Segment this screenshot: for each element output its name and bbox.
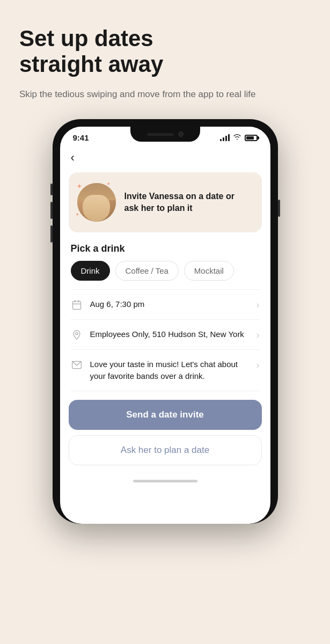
message-text: Love your taste in music! Let's chat abo… bbox=[90, 358, 249, 382]
signal-bar-2 bbox=[223, 137, 224, 141]
location-icon bbox=[71, 329, 83, 341]
power-button bbox=[278, 200, 280, 217]
chevron-icon-message: › bbox=[256, 360, 260, 371]
status-icons bbox=[220, 134, 258, 142]
notch-speaker bbox=[147, 133, 174, 136]
battery-icon bbox=[245, 135, 258, 141]
mute-button bbox=[50, 184, 53, 195]
svg-rect-0 bbox=[72, 301, 80, 309]
notch-camera bbox=[178, 131, 184, 137]
chevron-icon-location: › bbox=[256, 330, 260, 341]
calendar-icon bbox=[71, 299, 83, 311]
profile-card: ✦ ✦ ✦ Invite Vanessa on a date bbox=[69, 172, 262, 232]
drink-section-title: Pick a drink bbox=[60, 241, 270, 261]
phone-notch bbox=[130, 127, 200, 142]
avatar-face-skin bbox=[83, 195, 109, 222]
list-item-location[interactable]: Employees Only, 510 Hudson St, New York … bbox=[60, 320, 270, 349]
list-item-message[interactable]: Love your taste in music! Let's chat abo… bbox=[60, 350, 270, 391]
phone-content: ‹ ✦ ✦ ✦ bbox=[60, 145, 270, 476]
location-text: Employees Only, 510 Hudson St, New York bbox=[90, 328, 249, 340]
phone-bottom bbox=[60, 476, 270, 491]
list-item-date[interactable]: Aug 6, 7:30 pm › bbox=[60, 290, 270, 319]
signal-bar-4 bbox=[228, 134, 230, 141]
status-time: 9:41 bbox=[73, 133, 89, 142]
message-icon bbox=[71, 359, 83, 371]
drink-option-coffee-tea[interactable]: Coffee / Tea bbox=[115, 261, 179, 281]
profile-text: Invite Vanessa on a date or ask her to p… bbox=[124, 191, 251, 215]
back-button[interactable]: ‹ bbox=[60, 145, 85, 168]
drink-option-mocktail[interactable]: Mocktail bbox=[184, 261, 234, 281]
header-title: Set up dates straight away bbox=[19, 26, 311, 78]
date-text: Aug 6, 7:30 pm bbox=[90, 298, 249, 310]
phone-side-buttons-left bbox=[50, 184, 53, 243]
wifi-icon bbox=[233, 134, 241, 142]
phone-side-buttons-right bbox=[278, 200, 280, 217]
svg-point-4 bbox=[75, 333, 77, 335]
send-date-invite-button[interactable]: Send a date invite bbox=[69, 400, 262, 430]
signal-bars-icon bbox=[220, 135, 230, 141]
bottom-section: Send a date invite Ask her to plan a dat… bbox=[60, 391, 270, 476]
battery-fill bbox=[246, 136, 254, 140]
signal-bar-1 bbox=[220, 139, 222, 141]
phone-frame: 9:41 bbox=[53, 119, 278, 524]
ask-her-to-plan-button[interactable]: Ask her to plan a date bbox=[69, 435, 262, 465]
phone-screen: 9:41 bbox=[60, 127, 270, 524]
profile-avatar bbox=[77, 183, 116, 222]
header-subtitle: Skip the tedious swiping and move from t… bbox=[19, 87, 311, 101]
home-indicator bbox=[133, 480, 197, 482]
drink-options: Drink Coffee / Tea Mocktail bbox=[60, 261, 270, 289]
volume-up-button bbox=[50, 202, 53, 219]
avatar-face bbox=[77, 183, 116, 222]
chevron-icon-date: › bbox=[256, 299, 260, 311]
page-wrapper: Set up dates straight away Skip the tedi… bbox=[0, 0, 330, 644]
avatar-container: ✦ ✦ ✦ bbox=[77, 183, 116, 222]
drink-option-drink[interactable]: Drink bbox=[71, 261, 110, 281]
profile-invite-text: Invite Vanessa on a date or ask her to p… bbox=[124, 191, 251, 215]
header-section: Set up dates straight away Skip the tedi… bbox=[0, 0, 330, 114]
volume-down-button bbox=[50, 225, 53, 243]
phone-wrapper: 9:41 bbox=[0, 114, 330, 524]
signal-bar-3 bbox=[225, 136, 227, 141]
